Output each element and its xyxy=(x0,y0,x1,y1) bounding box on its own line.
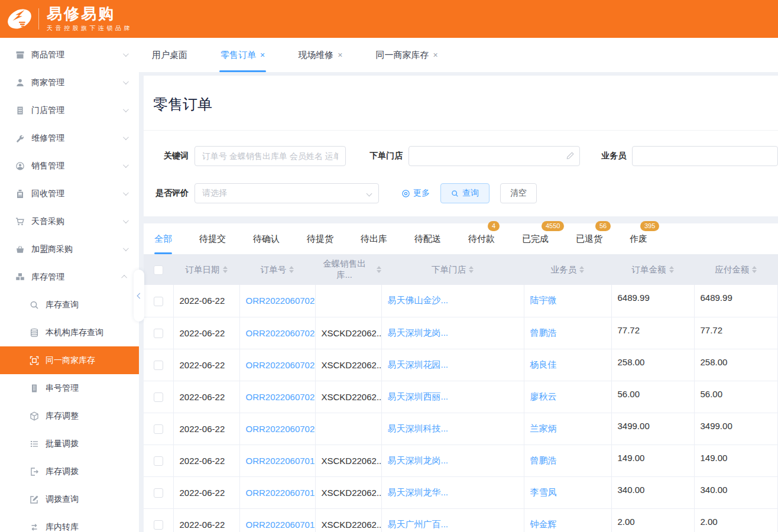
payable-amount-cell: 149.00 xyxy=(694,445,778,476)
salesperson-link[interactable]: 曾鹏浩 xyxy=(530,327,557,338)
row-checkbox[interactable] xyxy=(154,361,163,370)
salesperson-link[interactable]: 廖秋云 xyxy=(530,391,557,401)
review-select[interactable]: 请选择 xyxy=(194,183,379,203)
salesperson-link[interactable]: 兰家炳 xyxy=(530,423,557,433)
close-icon[interactable]: × xyxy=(338,50,342,60)
sidebar-subitem-inventory-query[interactable]: 库存查询 xyxy=(0,291,139,319)
row-checkbox[interactable] xyxy=(154,488,163,498)
filter-card: 零售订单 关键词 下单门店 业务员 xyxy=(144,76,778,216)
kingdee-cell: XSCKD22062... xyxy=(315,317,381,349)
order-no-link[interactable]: ORR20220607023 xyxy=(246,360,316,370)
salesperson-link[interactable]: 陆宇微 xyxy=(530,295,557,305)
store-link[interactable]: 易天深圳龙华... xyxy=(388,487,449,497)
status-tab-pending-submit[interactable]: 待提交 xyxy=(199,223,226,254)
workspace-tab-retail-orders[interactable]: 零售订单 × xyxy=(221,38,265,72)
store-link[interactable]: 易天深圳科技... xyxy=(388,423,449,433)
salesperson-label: 业务员 xyxy=(598,151,626,161)
sidebar-collapse-handle[interactable] xyxy=(134,270,144,322)
status-tab-pending-outbound[interactable]: 待出库 xyxy=(361,223,387,254)
sidebar-subitem-org-inventory-query[interactable]: 本机构库存查询 xyxy=(0,319,139,346)
sort-caret[interactable] xyxy=(579,266,584,273)
sidebar-item-goods[interactable]: 商品管理 xyxy=(0,41,139,69)
status-tab-returned[interactable]: 已退货56 xyxy=(576,223,602,254)
store-link[interactable]: 易天佛山金沙... xyxy=(388,295,449,305)
sidebar-item-merchants[interactable]: 商家管理 xyxy=(0,69,139,96)
status-tab-all[interactable]: 全部 xyxy=(154,223,172,254)
count-badge: 56 xyxy=(595,221,611,231)
row-checkbox[interactable] xyxy=(154,520,163,530)
workspace-tab-desktop[interactable]: 用户桌面 xyxy=(152,38,187,72)
salesperson-link[interactable]: 曾鹏浩 xyxy=(530,455,557,465)
sort-caret[interactable] xyxy=(289,266,294,273)
sidebar-subitem-inventory-adjust[interactable]: 库存调整 xyxy=(0,402,139,430)
sidebar-item-sales[interactable]: 销售管理 xyxy=(0,152,139,180)
export-arrow-icon xyxy=(29,466,39,476)
store-link[interactable]: 易天广州广百... xyxy=(388,519,449,529)
sort-caret[interactable] xyxy=(669,266,674,273)
sidebar-item-tianyin-procurement[interactable]: 天音采购 xyxy=(0,207,139,235)
workspace-tabbar: 用户桌面 零售订单 × 现场维修 × 同一商家库存 × xyxy=(139,38,778,72)
sidebar-subitem-batch-transfer[interactable]: 批量调拨 xyxy=(0,430,139,458)
sidebar-subitem-inventory-transfer[interactable]: 库存调拨 xyxy=(0,458,139,485)
workspace-tab-onsite-repair[interactable]: 现场维修 × xyxy=(298,38,342,72)
order-no-link[interactable]: ORR20220607026 xyxy=(246,296,316,306)
keyword-input[interactable] xyxy=(194,146,346,166)
store-link[interactable]: 易天深圳龙岗... xyxy=(388,327,449,338)
order-no-link[interactable]: ORR20220607020 xyxy=(246,424,316,434)
order-no-link[interactable]: ORR20220607012 xyxy=(246,520,316,530)
close-icon[interactable]: × xyxy=(260,50,265,60)
order-no-link[interactable]: ORR20220607024 xyxy=(246,328,316,338)
sidebar-item-stores[interactable]: 门店管理 xyxy=(0,96,139,124)
table-row: 2022-06-22 ORR20220607012 XSCKD22062... … xyxy=(144,508,778,532)
payable-amount-cell: 56.00 xyxy=(694,381,778,413)
sort-caret[interactable] xyxy=(223,266,228,273)
sidebar-subitem-internal-transfer[interactable]: 库内转库 xyxy=(0,513,139,532)
select-all-checkbox[interactable] xyxy=(154,265,163,275)
store-link[interactable]: 易天深圳龙岗... xyxy=(388,455,449,465)
salesperson-input[interactable] xyxy=(632,146,778,166)
sidebar-subitem-same-merchant-inventory[interactable]: 同一商家库存 xyxy=(0,346,139,374)
order-no-link[interactable]: ORR20220607013 xyxy=(246,488,316,498)
clear-button[interactable]: 清空 xyxy=(500,183,537,203)
store-link[interactable]: 易天深圳花园... xyxy=(388,359,449,369)
row-checkbox[interactable] xyxy=(154,329,163,338)
kingdee-cell xyxy=(315,285,381,317)
close-icon[interactable]: × xyxy=(433,50,437,60)
status-tab-pending-delivery[interactable]: 待配送 xyxy=(414,223,441,254)
page-title: 零售订单 xyxy=(153,95,769,114)
sort-caret[interactable] xyxy=(752,266,757,273)
store-link[interactable]: 易天深圳西丽... xyxy=(388,391,449,401)
order-no-link[interactable]: ORR20220607022 xyxy=(246,392,316,402)
row-checkbox[interactable] xyxy=(154,424,163,434)
more-filters-link[interactable]: 更多 xyxy=(401,188,430,199)
sidebar-subitem-serial-management[interactable]: 串号管理 xyxy=(0,374,139,402)
row-checkbox[interactable] xyxy=(154,392,163,402)
brand-text: 易修易购 天音控股旗下连锁品牌 xyxy=(47,6,132,33)
sidebar-subitem-transfer-query[interactable]: 调拨查询 xyxy=(0,485,139,513)
sidebar-item-repair[interactable]: 维修管理 xyxy=(0,124,139,152)
order-no-link[interactable]: ORR20220607019 xyxy=(246,456,316,466)
sort-caret[interactable] xyxy=(377,266,381,273)
search-button[interactable]: 查询 xyxy=(440,183,490,203)
app-header: 易修易购 天音控股旗下连锁品牌 xyxy=(0,0,778,38)
status-tab-pending-confirm[interactable]: 待确认 xyxy=(253,223,280,254)
sidebar-item-recycle[interactable]: 回收管理 xyxy=(0,180,139,207)
status-tab-completed[interactable]: 已完成4550 xyxy=(522,223,549,254)
search-icon xyxy=(451,190,459,197)
row-checkbox[interactable] xyxy=(154,456,163,466)
table-row: 2022-06-22 ORR20220607019 XSCKD22062... … xyxy=(144,445,778,476)
sidebar-item-franchise-procurement[interactable]: 加盟商采购 xyxy=(0,235,139,263)
status-tab-pending-payment[interactable]: 待付款4 xyxy=(468,223,495,254)
row-checkbox[interactable] xyxy=(154,297,163,306)
salesperson-link[interactable]: 杨良佳 xyxy=(530,359,557,369)
column-header-order-date: 订单日期 xyxy=(186,264,220,275)
salesperson-link[interactable]: 钟金辉 xyxy=(530,519,557,529)
workspace-tab-same-merchant-inventory[interactable]: 同一商家库存 × xyxy=(375,38,437,72)
status-tab-pending-pickup[interactable]: 待提货 xyxy=(307,223,333,254)
sidebar-item-inventory[interactable]: 库存管理 xyxy=(0,263,139,291)
sort-caret[interactable] xyxy=(469,266,474,273)
salesperson-link[interactable]: 李雪凤 xyxy=(530,487,557,497)
order-date-cell: 2022-06-22 xyxy=(173,349,239,381)
status-tab-voided[interactable]: 作废395 xyxy=(630,223,647,254)
store-input[interactable] xyxy=(409,146,580,166)
